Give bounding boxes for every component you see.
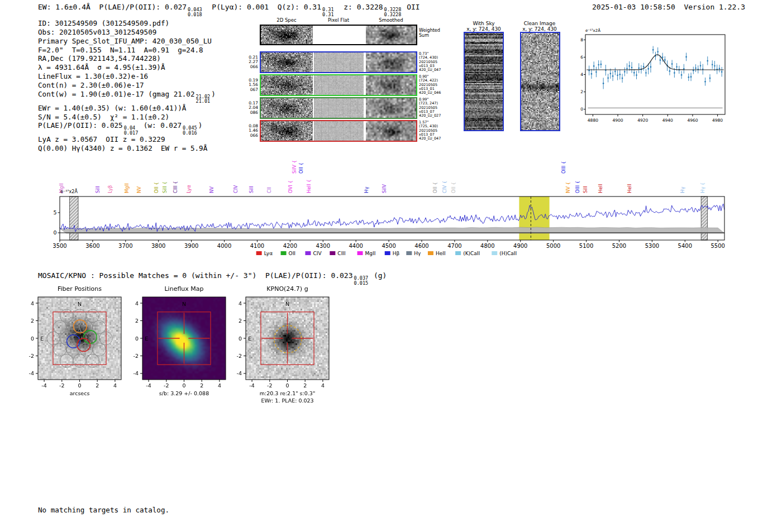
weighted-sum-label: WeightedSum bbox=[419, 28, 440, 38]
blank-cell bbox=[314, 26, 364, 44]
svg-text:5000: 5000 bbox=[546, 243, 560, 249]
smoothed-image bbox=[366, 75, 416, 95]
spec2d-row-scale: 0.212.27066 bbox=[240, 55, 258, 70]
svg-text:0: 0 bbox=[580, 107, 583, 112]
info-line: LyA z = 3.0567 OII z = 0.3229 bbox=[38, 135, 216, 144]
spec2d-image bbox=[261, 121, 313, 141]
emission-line-label: OIII { bbox=[561, 161, 566, 174]
svg-text:OII: OII bbox=[289, 251, 295, 256]
fiber-circle bbox=[93, 343, 106, 356]
svg-text:2: 2 bbox=[303, 382, 307, 389]
spectrum-ylabel: e⁻¹⁷x2Å bbox=[60, 188, 78, 194]
spec2d-row-scale: 0.172.04086 bbox=[240, 101, 258, 116]
info-line: EWr = 1.40(±0.35) (w: 1.60(±0.41))Å bbox=[38, 104, 216, 113]
svg-text:5300: 5300 bbox=[645, 243, 659, 249]
compass-north: N bbox=[78, 301, 82, 307]
svg-text:-2: -2 bbox=[29, 353, 34, 359]
summary-line: EW: 1.6±0.4Å P(LAE)/P(OII): 0.0270.0430.… bbox=[38, 3, 420, 17]
inset-spines bbox=[585, 35, 725, 114]
spec2d-image bbox=[261, 75, 313, 95]
smoothed-image bbox=[366, 98, 416, 118]
spec2d-weighted-row bbox=[260, 25, 417, 45]
svg-text:4960: 4960 bbox=[687, 118, 698, 123]
stacked-uncertainty: 0.32280.3228 bbox=[384, 7, 402, 17]
svg-text:0: 0 bbox=[239, 336, 242, 342]
legend-item: Hβ bbox=[385, 251, 400, 256]
svg-text:0: 0 bbox=[53, 229, 56, 236]
spec2d-row bbox=[260, 120, 417, 142]
svg-text:4200: 4200 bbox=[283, 243, 297, 249]
smoothed-image bbox=[366, 52, 416, 72]
svg-text:Hβ: Hβ bbox=[393, 251, 400, 256]
svg-text:0: 0 bbox=[31, 336, 34, 342]
line-fit-inset-plot: 02468488049004920494049604980e⁻¹⁷x2Å bbox=[578, 27, 732, 130]
stacked-uncertainty: 0.0430.018 bbox=[188, 7, 202, 17]
svg-text:4940: 4940 bbox=[662, 118, 673, 123]
svg-text:3600: 3600 bbox=[85, 243, 99, 249]
spec2d-image bbox=[261, 26, 313, 44]
kpno-cutout-panel: -4-4-2-2002244KPNO(24.7) gm:20.3 re:2.1"… bbox=[221, 284, 335, 404]
svg-text:5500: 5500 bbox=[711, 243, 724, 249]
svg-text:MgII: MgII bbox=[365, 251, 376, 256]
svg-text:HeII: HeII bbox=[436, 251, 446, 256]
with-sky-panel bbox=[464, 32, 504, 131]
timestamp: 2025-01-03 10:58:50 bbox=[592, 3, 675, 11]
info-line: RA,Dec (179.921143,54.744228) bbox=[38, 54, 216, 63]
info-line: Cont(w) = 1.90(±0.01)e-17 (gmag 21.0221.… bbox=[38, 90, 216, 104]
info-line: Primary Spec_Slot_IFU_AMP: 420_030_050_L… bbox=[38, 37, 216, 46]
svg-text:Lyα: Lyα bbox=[264, 251, 273, 256]
smoothed-image bbox=[366, 26, 416, 44]
svg-text:4600: 4600 bbox=[414, 243, 428, 249]
stacked-uncertainty: 0.310.31 bbox=[322, 7, 333, 17]
spec2d-col-header: Pixel Flat bbox=[313, 17, 364, 23]
masked-band bbox=[70, 196, 78, 240]
compass-north: N bbox=[285, 301, 289, 307]
fiber-circle bbox=[86, 354, 99, 367]
legend-item: HeII bbox=[428, 251, 446, 256]
panel-xlabel2: EWr: 1. PLAE: 0.023 bbox=[261, 397, 313, 404]
svg-text:CIV: CIV bbox=[313, 251, 322, 256]
stacked-uncertainty: 21.0221.01 bbox=[196, 94, 211, 104]
svg-text:4900: 4900 bbox=[513, 243, 527, 249]
timestamp-version: 2025-01-03 10:58:50 Version 1.22.3 bbox=[592, 3, 745, 11]
fiber-circle bbox=[86, 309, 99, 322]
spec2d-row bbox=[260, 74, 417, 96]
spec2d-row bbox=[260, 97, 417, 119]
fiber-circle bbox=[66, 320, 79, 333]
svg-text:0: 0 bbox=[135, 336, 139, 342]
panel-xlabel: s/b: 3.29 +/- 0.088 bbox=[159, 390, 209, 396]
svg-text:5100: 5100 bbox=[579, 243, 593, 249]
legend-item: Lyα bbox=[256, 251, 273, 256]
spectrum-spines bbox=[60, 196, 724, 240]
svg-text:4800: 4800 bbox=[480, 243, 494, 249]
spec2d-col-header: Smoothed bbox=[366, 17, 416, 23]
svg-text:(K)CaII: (K)CaII bbox=[463, 251, 480, 256]
spec2d-row-info: 0.73"(724, 430)20210505v013_03420_LU_047 bbox=[419, 52, 441, 72]
legend-item: MgII bbox=[357, 251, 376, 256]
info-line: Q(0.00) Hγ(4340) z = 0.1362 EW r = 5.9Å bbox=[38, 144, 216, 153]
svg-text:CIII: CIII bbox=[337, 251, 345, 256]
panel-xlabel: m:20.3 re:2.1" s:0.3" bbox=[260, 390, 316, 396]
full-spectrum-plot: 0535003600370038003900400041004200430044… bbox=[53, 188, 732, 261]
legend-item: (H)CaII bbox=[492, 251, 517, 256]
fiber-circle bbox=[73, 309, 86, 322]
legend-item: CIII bbox=[330, 251, 345, 256]
svg-text:4: 4 bbox=[113, 382, 117, 389]
svg-text:2: 2 bbox=[580, 89, 583, 94]
stacked-uncertainty: 0.0450.016 bbox=[183, 126, 197, 135]
fiber-circle bbox=[60, 332, 73, 344]
svg-text:2: 2 bbox=[135, 318, 139, 324]
info-line: Obs: 20210505v013_3012549509 bbox=[38, 28, 216, 37]
fiber-positions-panel: -4-4-2-2002244Fiber PositionsarcsecsNE bbox=[13, 284, 127, 404]
stacked-uncertainty: 0.0370.015 bbox=[354, 276, 369, 285]
svg-text:-4: -4 bbox=[237, 370, 242, 376]
svg-text:4500: 4500 bbox=[382, 243, 395, 249]
svg-text:4: 4 bbox=[135, 300, 139, 306]
svg-text:4900: 4900 bbox=[612, 118, 623, 123]
target-info-block: ID: 3012549509 (3012549509.pdf)Obs: 2021… bbox=[38, 19, 216, 153]
fiber-circle bbox=[47, 332, 60, 344]
svg-text:0: 0 bbox=[285, 382, 289, 389]
info-line: Cont(n) = 2.30(±0.06)e-17 bbox=[38, 81, 216, 90]
svg-text:5: 5 bbox=[53, 209, 56, 215]
footer-notes: No matching targets in catalog. Row inte… bbox=[38, 488, 169, 532]
